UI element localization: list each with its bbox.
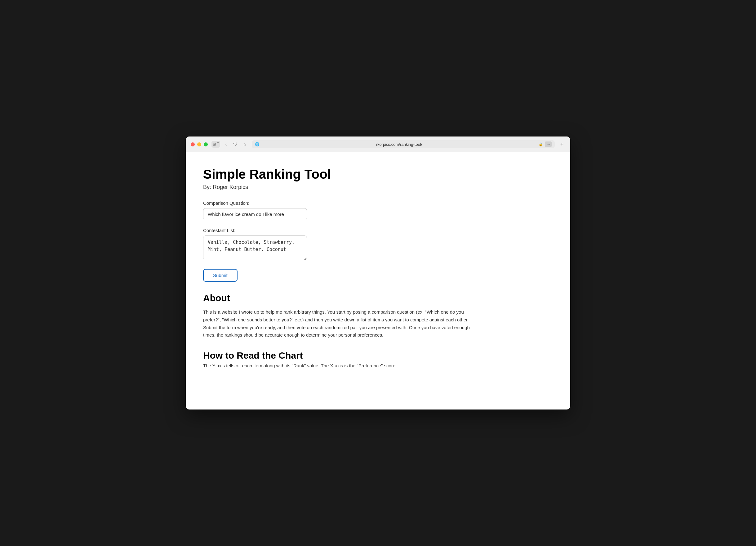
globe-icon: 🌐: [255, 142, 260, 146]
url-text: rkorpics.com/ranking-tool/: [261, 142, 537, 147]
close-button[interactable]: [191, 142, 195, 146]
new-tab-button[interactable]: +: [558, 141, 565, 148]
traffic-lights: [191, 142, 208, 146]
contestants-textarea[interactable]: Vanilla, Chocolate, Strawberry, Mint, Pe…: [203, 235, 307, 260]
contestants-label: Contestant List:: [203, 228, 553, 233]
contestants-form-group: Contestant List: Vanilla, Chocolate, Str…: [203, 228, 553, 261]
maximize-button[interactable]: [204, 142, 208, 146]
how-to-partial-text: The Y-axis tells off each item along wit…: [203, 362, 553, 370]
minimize-button[interactable]: [197, 142, 201, 146]
back-button[interactable]: ‹: [223, 141, 229, 148]
browser-controls: ⊟ ˅ ‹ 🛡 ☆: [211, 141, 248, 148]
question-input[interactable]: [203, 208, 307, 220]
submit-button[interactable]: Submit: [203, 269, 238, 282]
browser-chrome: ⊟ ˅ ‹ 🛡 ☆ 🌐 rkorpics.com/ranking-tool/ 🔒…: [186, 136, 570, 152]
page-content: Simple Ranking Tool By: Roger Korpics Co…: [186, 152, 570, 385]
how-to-title: How to Read the Chart: [203, 350, 553, 361]
shield-icon: 🛡: [232, 141, 239, 148]
about-text: This is a website I wrote up to help me …: [203, 309, 470, 339]
sidebar-toggle-button[interactable]: ⊟ ˅: [211, 141, 220, 148]
address-bar[interactable]: 🌐 rkorpics.com/ranking-tool/ 🔒 ···: [252, 140, 555, 148]
about-title: About: [203, 293, 553, 304]
question-form-group: Comparison Question:: [203, 200, 553, 220]
page-title: Simple Ranking Tool: [203, 167, 553, 181]
browser-window: ⊟ ˅ ‹ 🛡 ☆ 🌐 rkorpics.com/ranking-tool/ 🔒…: [186, 136, 570, 410]
lock-icon: 🔒: [539, 142, 543, 146]
address-bar-menu-button[interactable]: ···: [545, 141, 552, 147]
page-author: By: Roger Korpics: [203, 184, 553, 190]
bookmark-icon[interactable]: ☆: [241, 141, 248, 148]
question-label: Comparison Question:: [203, 200, 553, 206]
